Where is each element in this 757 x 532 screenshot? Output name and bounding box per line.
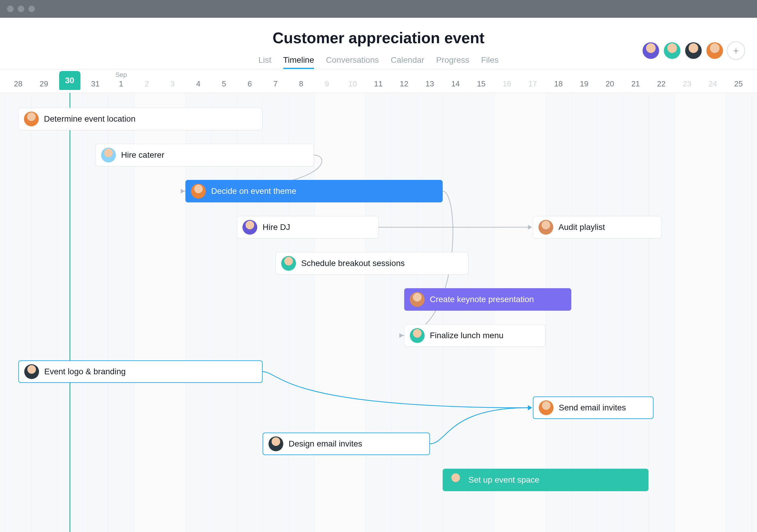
task-bar[interactable]: Hire DJ <box>237 216 378 238</box>
ruler-day: 23 <box>674 69 700 93</box>
tab-progress[interactable]: Progress <box>436 55 469 69</box>
ruler-day-number: 28 <box>5 79 31 88</box>
task-bar[interactable]: Send email invites <box>533 396 654 419</box>
ruler-day-number: 4 <box>185 79 211 88</box>
task-label: Design email invites <box>288 439 362 449</box>
ruler-day: 18 <box>546 69 571 93</box>
task-label: Finalize lunch menu <box>430 331 503 340</box>
tab-conversations[interactable]: Conversations <box>326 55 379 69</box>
ruler-day: 6 <box>237 69 262 93</box>
ruler-day: 7 <box>262 69 288 93</box>
task-label: Hire caterer <box>121 150 165 160</box>
task-assignee-avatar <box>539 400 554 415</box>
ruler-day: 31 <box>82 69 108 93</box>
ruler-day: 10 <box>340 69 366 93</box>
ruler-day-number: 2 <box>134 79 160 88</box>
ruler-day-number: 24 <box>700 79 726 88</box>
traffic-light-max[interactable] <box>28 6 35 12</box>
ruler-day-number: 9 <box>314 79 340 88</box>
ruler-day-number: 8 <box>288 79 314 88</box>
task-assignee-avatar <box>448 473 463 487</box>
ruler-day: 14 <box>443 69 469 93</box>
tab-calendar[interactable]: Calendar <box>391 55 424 69</box>
task-label: Hire DJ <box>262 223 290 232</box>
ruler-day-number: 17 <box>520 79 546 88</box>
ruler-day-number: 14 <box>443 79 469 88</box>
ruler-day: 22 <box>649 69 674 93</box>
task-bar[interactable]: Set up event space <box>443 469 649 491</box>
ruler-day: 16 <box>494 69 520 93</box>
ruler-day-number: 29 <box>31 79 57 88</box>
task-bar[interactable]: Schedule breakout sessions <box>276 252 469 275</box>
member-avatar[interactable] <box>642 42 660 60</box>
ruler-day: 26 <box>751 69 757 93</box>
task-label: Create keynote presentation <box>430 295 534 304</box>
timeline-canvas[interactable]: Determine event locationHire catererDeci… <box>0 93 757 532</box>
task-bar[interactable]: Design email invites <box>262 433 430 455</box>
ruler-day: 3 <box>160 69 185 93</box>
task-bar[interactable]: Decide on event theme <box>185 180 443 203</box>
ruler-day-number: 1 <box>108 79 134 88</box>
tab-timeline[interactable]: Timeline <box>283 55 314 69</box>
ruler-day-number: 26 <box>751 79 757 88</box>
member-avatar[interactable] <box>706 42 724 60</box>
tab-list[interactable]: List <box>258 55 271 69</box>
task-assignee-avatar <box>24 364 39 379</box>
task-bar[interactable]: Finalize lunch menu <box>404 324 546 347</box>
task-label: Set up event space <box>469 475 539 485</box>
member-avatar[interactable] <box>684 42 703 60</box>
ruler-day: 25 <box>726 69 751 93</box>
task-bar[interactable]: Determine event location <box>18 108 263 130</box>
add-member-button[interactable]: + <box>727 42 745 60</box>
ruler-day-number: 5 <box>211 79 237 88</box>
task-label: Audit playlist <box>559 223 605 232</box>
timeline-ruler: 28293031Sep12345678910111213141516171819… <box>0 69 757 93</box>
ruler-day: 28 <box>5 69 31 93</box>
ruler-day: Sep1 <box>108 69 134 93</box>
task-bar[interactable]: Event logo & branding <box>18 360 263 383</box>
task-label: Event logo & branding <box>45 367 126 376</box>
ruler-day: 24 <box>700 69 726 93</box>
ruler-day-number: 12 <box>391 79 417 88</box>
task-assignee-avatar <box>281 256 296 271</box>
ruler-day-number: 20 <box>597 79 623 88</box>
ruler-day-number: 6 <box>237 79 262 88</box>
ruler-day: 29 <box>31 69 57 93</box>
ruler-day-number: 18 <box>546 79 571 88</box>
project-header: Customer appreciation event ListTimeline… <box>0 18 757 69</box>
tab-files[interactable]: Files <box>481 55 499 69</box>
ruler-day-number: 21 <box>623 79 649 88</box>
ruler-day-number: 23 <box>674 79 700 88</box>
task-bar[interactable]: Hire caterer <box>96 144 314 166</box>
task-label: Decide on event theme <box>211 186 296 196</box>
ruler-day-number: 3 <box>160 79 185 88</box>
ruler-day-number: 10 <box>340 79 366 88</box>
ruler-day-number: 11 <box>366 79 391 88</box>
ruler-day: 12 <box>391 69 417 93</box>
window-titlebar <box>0 0 757 18</box>
task-assignee-avatar <box>538 220 553 235</box>
task-assignee-avatar <box>242 220 257 235</box>
task-assignee-avatar <box>410 328 425 343</box>
member-avatar[interactable] <box>663 42 681 60</box>
task-label: Determine event location <box>44 114 136 124</box>
ruler-day: 2 <box>134 69 160 93</box>
svg-marker-2 <box>400 333 404 338</box>
ruler-day: 21 <box>623 69 649 93</box>
ruler-day: 19 <box>571 69 597 93</box>
task-label: Schedule breakout sessions <box>301 259 405 268</box>
task-assignee-avatar <box>24 111 39 126</box>
ruler-day: 11 <box>366 69 391 93</box>
ruler-day: 4 <box>185 69 211 93</box>
task-bar[interactable]: Audit playlist <box>533 216 661 238</box>
ruler-day: 8 <box>288 69 314 93</box>
task-assignee-avatar <box>268 436 283 451</box>
ruler-day-number: 22 <box>649 79 674 88</box>
ruler-day-number: 31 <box>82 79 108 88</box>
project-members: + <box>642 42 745 60</box>
ruler-day-number: 25 <box>726 79 751 88</box>
ruler-day-number: 15 <box>469 79 494 88</box>
traffic-light-close[interactable] <box>7 6 14 12</box>
traffic-light-min[interactable] <box>18 6 24 12</box>
task-bar[interactable]: Create keynote presentation <box>404 288 572 311</box>
